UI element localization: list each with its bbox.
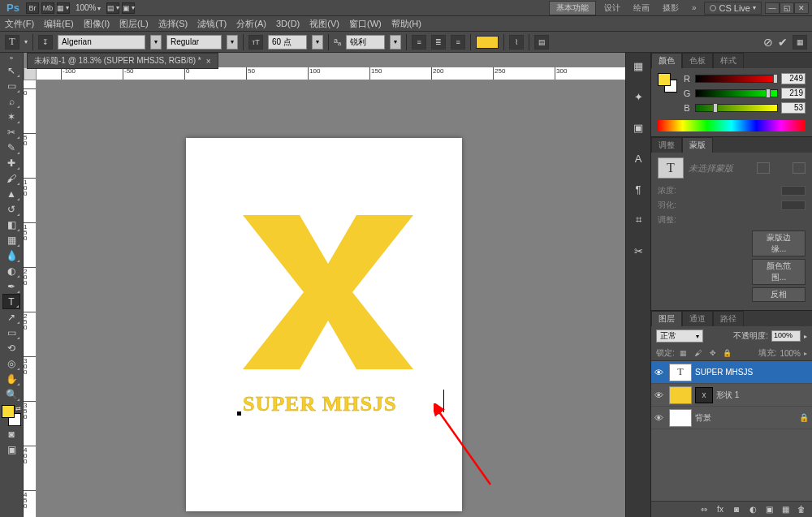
quick-select-tool-icon[interactable]: ✶ [2,109,20,124]
document-workspace[interactable]: 未标题-1 @ 18.3% (SUPER MHSJS, RGB/8) * × -… [24,53,625,517]
lock-position-icon[interactable]: ✥ [707,348,719,358]
3d-rotate-tool-icon[interactable]: ⟲ [2,340,20,355]
swatches-panel-icon[interactable]: ⌗ [629,212,647,228]
fill-flyout-icon[interactable]: ▸ [804,350,807,357]
mask-edge-button[interactable]: 蒙版边缘... [752,230,806,256]
invert-button[interactable]: 反相 [752,287,806,302]
font-style-dropdown-icon[interactable]: ▾ [227,35,238,50]
document-tab[interactable]: 未标题-1 @ 18.3% (SUPER MHSJS, RGB/8) * × [27,53,218,69]
lock-transparent-icon[interactable]: ▦ [678,348,689,358]
color-range-button[interactable]: 颜色范围... [752,259,806,285]
pen-tool-icon[interactable]: ✒ [2,278,20,294]
color-slider[interactable] [695,75,778,83]
layer-row[interactable]: 👁x形状 1 [651,384,812,407]
zoom-level[interactable]: 100% [72,3,105,12]
font-size-combo[interactable]: 60 点 [268,35,307,50]
marquee-tool-icon[interactable]: ▭ [2,78,20,93]
link-layers-icon[interactable]: ⇔ [698,504,710,515]
workspace-paint[interactable]: 绘画 [628,2,654,15]
foreground-background-color[interactable]: ⇄ [2,405,21,426]
layer-name[interactable]: 形状 1 [716,390,809,401]
vector-mask-icon[interactable] [793,162,806,174]
lock-all-icon[interactable]: 🔒 [722,348,733,358]
launch-minibridge-icon[interactable]: Mb [41,2,54,14]
menu-filter[interactable]: 滤镜(T) [197,18,227,30]
visibility-toggle-icon[interactable]: 👁 [654,390,666,400]
stamp-tool-icon[interactable]: ▲ [2,186,20,201]
layer-name[interactable]: 背景 [695,412,796,424]
text-bounding-box[interactable] [239,390,442,414]
font-family-combo[interactable]: Algerian [58,35,145,50]
foreground-color-swatch[interactable] [2,405,15,418]
menu-help[interactable]: 帮助(H) [391,18,421,30]
feather-value[interactable] [781,200,806,210]
menu-view[interactable]: 视图(V) [309,18,339,30]
layer-group-icon[interactable]: ▣ [763,504,775,515]
swap-colors-icon[interactable]: ⇄ [15,405,21,412]
color-slider[interactable] [695,104,778,112]
channel-value[interactable]: 219 [781,88,806,99]
mask-thumbnail[interactable]: T [658,157,684,179]
arrange-docs-dropdown[interactable]: ▤ [106,2,119,14]
tab-close-icon[interactable]: × [206,57,211,66]
cslive-button[interactable]: CS Live ▾ [704,2,762,15]
menu-image[interactable]: 图像(I) [84,18,110,30]
brushes-panel-icon[interactable]: ✦ [629,88,647,105]
brush-tool-icon[interactable]: 🖌 [2,170,20,186]
text-color-swatch[interactable] [476,36,499,49]
eraser-tool-icon[interactable]: ◧ [2,217,20,232]
visibility-toggle-icon[interactable]: 👁 [654,368,666,377]
tab-swatches[interactable]: 色板 [682,53,713,68]
channel-value[interactable]: 249 [781,73,806,84]
vertical-ruler[interactable]: 050100150200250300350400450500 [24,80,37,517]
tab-paths[interactable]: 路径 [713,311,744,326]
channel-value[interactable]: 53 [781,102,806,114]
active-tool-icon[interactable]: T [5,35,19,50]
antialias-dropdown-icon[interactable]: ▾ [390,35,401,50]
workspace-photo[interactable]: 摄影 [658,2,684,15]
adjustment-layer-icon[interactable]: ◐ [747,504,758,515]
chevron-down-icon[interactable]: ▾ [24,38,28,45]
tab-layers[interactable]: 图层 [651,311,682,326]
tools-preset-icon[interactable]: ✂ [629,243,647,259]
visibility-toggle-icon[interactable]: 👁 [654,413,666,423]
history-panel-icon[interactable]: ▦ [629,58,647,74]
font-size-dropdown-icon[interactable]: ▾ [312,35,323,50]
color-panel-fg-swatch[interactable] [658,73,671,86]
tab-adjust[interactable]: 调整 [651,137,682,153]
zoom-tool-icon[interactable]: 🔍 [2,386,20,402]
workspace-design[interactable]: 设计 [599,2,625,15]
commit-edit-icon[interactable]: ✔ [778,36,788,49]
quickmask-icon[interactable]: ◙ [2,426,20,442]
layer-mask-icon[interactable]: ◙ [731,504,742,515]
opacity-flyout-icon[interactable]: ▸ [804,333,807,340]
layer-fx-icon[interactable]: fx [715,504,726,515]
type-tool-icon[interactable]: T [2,294,20,309]
launch-bridge-icon[interactable]: Br [26,2,39,14]
align-right-icon[interactable]: ≡ [451,35,465,50]
font-family-dropdown-icon[interactable]: ▾ [150,35,162,50]
layer-name[interactable]: SUPER MHSJS [695,368,809,377]
screen-mode-dropdown[interactable]: ▣ [122,2,135,14]
toolbox-collapse-icon[interactable]: » [10,54,13,62]
move-tool-icon[interactable]: ↖ [2,62,20,78]
path-select-tool-icon[interactable]: ↗ [2,309,20,325]
menu-file[interactable]: 文件(F) [5,18,34,30]
tab-styles[interactable]: 样式 [713,53,744,68]
window-close-button[interactable]: ✕ [794,2,809,14]
eyedropper-tool-icon[interactable]: ✎ [2,140,20,155]
lock-pixels-icon[interactable]: 🖌 [693,348,704,358]
cancel-edit-icon[interactable]: ⊘ [763,36,773,49]
window-minimize-button[interactable]: — [765,2,780,14]
blend-mode-combo[interactable]: 正常▾ [656,330,703,343]
layer-row[interactable]: 👁TSUPER MHSJS [651,361,812,384]
pixel-mask-icon[interactable] [757,162,770,174]
align-center-icon[interactable]: ≣ [431,35,446,50]
menu-edit[interactable]: 编辑(E) [44,18,74,30]
color-panel-fgbg[interactable] [658,73,677,93]
screenmode-toggle-icon[interactable]: ▣ [2,442,20,457]
menu-window[interactable]: 窗口(W) [349,18,382,30]
dodge-tool-icon[interactable]: ◐ [2,263,20,278]
color-spectrum-bar[interactable] [658,120,806,131]
lasso-tool-icon[interactable]: ⌕ [2,93,20,109]
